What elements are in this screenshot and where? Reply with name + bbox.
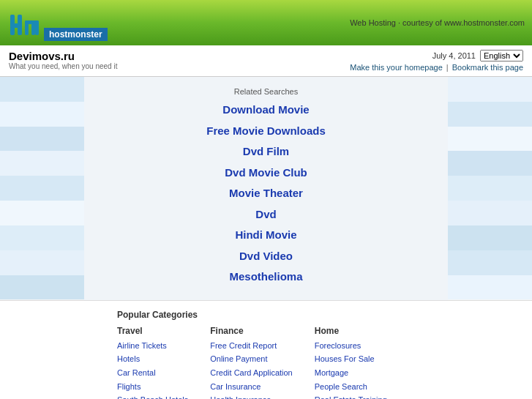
left-decoration <box>0 77 84 300</box>
category-link[interactable]: Health Insurance <box>210 393 293 399</box>
category-link[interactable]: Foreclosures <box>315 339 387 353</box>
site-tagline: What you need, when you need it <box>9 62 117 70</box>
search-result-link[interactable]: Mesothelioma <box>99 269 433 286</box>
category-link[interactable]: South Beach Hotels <box>117 393 188 399</box>
search-result-link[interactable]: Dvd Movie Club <box>99 165 433 182</box>
right-decoration <box>448 77 532 300</box>
search-result-link[interactable]: Dvd Video <box>99 248 433 265</box>
search-result-link[interactable]: Free Movie Downloads <box>99 123 433 140</box>
category-heading: Travel <box>117 326 188 336</box>
logo-icon <box>7 10 42 42</box>
svg-rect-7 <box>35 20 39 35</box>
search-result-link[interactable]: Movie Theater <box>99 185 433 202</box>
search-links: Download MovieFree Movie DownloadsDvd Fi… <box>99 102 433 286</box>
category-link[interactable]: People Search <box>315 380 387 394</box>
search-result-link[interactable]: Dvd <box>99 206 433 223</box>
category-link[interactable]: Houses For Sale <box>315 352 387 366</box>
hosting-courtesy: Web Hosting · courtesy of www.hostmonste… <box>350 18 525 27</box>
category-link[interactable]: Car Insurance <box>210 380 293 394</box>
category-link[interactable]: Free Credit Report <box>210 339 293 353</box>
homepage-link[interactable]: Make this your homepage <box>350 63 443 72</box>
date-display: July 4, 2011 <box>432 51 476 60</box>
search-result-link[interactable]: Download Movie <box>99 102 433 119</box>
category-link[interactable]: Airline Tickets <box>117 339 188 353</box>
related-searches-label: Related Searches <box>99 87 433 96</box>
categories-grid: TravelAirline TicketsHotelsCar RentalFli… <box>117 326 517 400</box>
category-link[interactable]: Mortgage <box>315 366 387 380</box>
category-link[interactable]: Hotels <box>117 352 188 366</box>
category-heading: Home <box>315 326 387 336</box>
category-link[interactable]: Flights <box>117 380 188 394</box>
hostmonster-label: hostmonster <box>44 28 108 41</box>
category-column: FinanceFree Credit ReportOnline PaymentC… <box>210 326 293 400</box>
category-link[interactable]: Credit Card Application <box>210 366 293 380</box>
bookmark-link[interactable]: Bookmark this page <box>452 63 523 72</box>
site-title: Devimovs.ru <box>9 50 117 62</box>
category-link[interactable]: Real Estate Training <box>315 393 387 399</box>
language-select[interactable]: English <box>480 50 523 61</box>
popular-categories-title: Popular Categories <box>117 310 517 320</box>
svg-rect-2 <box>18 15 22 35</box>
category-heading: Finance <box>210 326 293 336</box>
category-column: TravelAirline TicketsHotelsCar RentalFli… <box>117 326 188 400</box>
search-result-link[interactable]: Dvd Film <box>99 143 433 160</box>
category-link[interactable]: Online Payment <box>210 352 293 366</box>
category-link[interactable]: Car Rental <box>117 366 188 380</box>
link-separator: | <box>446 63 449 72</box>
category-column: HomeForeclosuresHouses For SaleMortgageP… <box>315 326 387 400</box>
search-result-link[interactable]: Hindi Movie <box>99 227 433 244</box>
